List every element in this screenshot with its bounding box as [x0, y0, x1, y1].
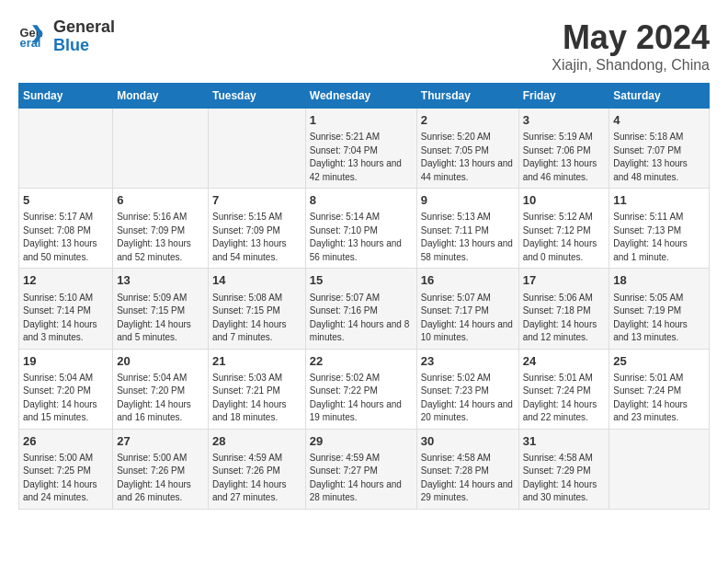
day-info: Sunrise: 5:00 AM Sunset: 7:26 PM Dayligh… — [117, 452, 204, 505]
day-info: Sunrise: 5:05 AM Sunset: 7:19 PM Dayligh… — [613, 292, 705, 345]
title-block: May 2024 Xiajin, Shandong, China — [552, 18, 710, 74]
day-number: 27 — [117, 433, 204, 450]
calendar-cell: 16Sunrise: 5:07 AM Sunset: 7:17 PM Dayli… — [416, 269, 518, 349]
calendar-cell: 14Sunrise: 5:08 AM Sunset: 7:15 PM Dayli… — [209, 269, 306, 349]
day-info: Sunrise: 4:59 AM Sunset: 7:27 PM Dayligh… — [310, 452, 413, 505]
weekday-header: Thursday — [416, 84, 518, 109]
calendar-cell: 1Sunrise: 5:21 AM Sunset: 7:04 PM Daylig… — [305, 109, 416, 189]
day-number: 14 — [212, 272, 301, 289]
calendar-cell: 28Sunrise: 4:59 AM Sunset: 7:26 PM Dayli… — [209, 429, 306, 509]
weekday-header: Saturday — [609, 84, 710, 109]
calendar-cell: 7Sunrise: 5:15 AM Sunset: 7:09 PM Daylig… — [209, 189, 306, 269]
calendar-cell: 2Sunrise: 5:20 AM Sunset: 7:05 PM Daylig… — [416, 109, 518, 189]
calendar-cell: 12Sunrise: 5:10 AM Sunset: 7:14 PM Dayli… — [19, 269, 113, 349]
day-number: 2 — [421, 112, 515, 129]
calendar-cell: 24Sunrise: 5:01 AM Sunset: 7:24 PM Dayli… — [518, 349, 609, 429]
day-info: Sunrise: 5:04 AM Sunset: 7:20 PM Dayligh… — [23, 372, 108, 425]
calendar-table: SundayMondayTuesdayWednesdayThursdayFrid… — [18, 83, 710, 510]
weekday-header: Friday — [518, 84, 609, 109]
day-info: Sunrise: 5:18 AM Sunset: 7:07 PM Dayligh… — [613, 131, 705, 184]
calendar-cell — [113, 109, 209, 189]
day-number: 8 — [310, 192, 413, 209]
day-info: Sunrise: 5:21 AM Sunset: 7:04 PM Dayligh… — [310, 131, 413, 184]
calendar-cell: 20Sunrise: 5:04 AM Sunset: 7:20 PM Dayli… — [113, 349, 209, 429]
calendar-header-row: SundayMondayTuesdayWednesdayThursdayFrid… — [19, 84, 710, 109]
day-number: 29 — [310, 433, 413, 450]
calendar-cell: 10Sunrise: 5:12 AM Sunset: 7:12 PM Dayli… — [518, 189, 609, 269]
calendar-week-row: 12Sunrise: 5:10 AM Sunset: 7:14 PM Dayli… — [19, 269, 710, 349]
calendar-cell: 5Sunrise: 5:17 AM Sunset: 7:08 PM Daylig… — [19, 189, 113, 269]
calendar-week-row: 5Sunrise: 5:17 AM Sunset: 7:08 PM Daylig… — [19, 189, 710, 269]
day-info: Sunrise: 5:04 AM Sunset: 7:20 PM Dayligh… — [117, 372, 204, 425]
day-number: 13 — [117, 272, 204, 289]
day-number: 18 — [613, 272, 705, 289]
day-info: Sunrise: 4:58 AM Sunset: 7:28 PM Dayligh… — [421, 452, 515, 505]
calendar-week-row: 19Sunrise: 5:04 AM Sunset: 7:20 PM Dayli… — [19, 349, 710, 429]
calendar-cell: 4Sunrise: 5:18 AM Sunset: 7:07 PM Daylig… — [609, 109, 710, 189]
calendar-cell: 8Sunrise: 5:14 AM Sunset: 7:10 PM Daylig… — [305, 189, 416, 269]
day-number: 12 — [23, 272, 108, 289]
calendar-cell: 29Sunrise: 4:59 AM Sunset: 7:27 PM Dayli… — [305, 429, 416, 509]
day-info: Sunrise: 5:10 AM Sunset: 7:14 PM Dayligh… — [23, 292, 108, 345]
day-number: 15 — [310, 272, 413, 289]
day-number: 26 — [23, 433, 108, 450]
calendar-cell: 26Sunrise: 5:00 AM Sunset: 7:25 PM Dayli… — [19, 429, 113, 509]
weekday-header: Monday — [113, 84, 209, 109]
day-number: 24 — [523, 353, 606, 370]
day-info: Sunrise: 4:59 AM Sunset: 7:26 PM Dayligh… — [212, 452, 301, 505]
day-number: 31 — [523, 433, 606, 450]
day-number: 6 — [117, 192, 204, 209]
day-number: 19 — [23, 353, 108, 370]
calendar-cell: 3Sunrise: 5:19 AM Sunset: 7:06 PM Daylig… — [518, 109, 609, 189]
logo: Gen eral General Blue — [18, 18, 115, 55]
weekday-header: Sunday — [19, 84, 113, 109]
day-info: Sunrise: 5:13 AM Sunset: 7:11 PM Dayligh… — [421, 211, 515, 264]
main-title: May 2024 — [552, 18, 710, 57]
weekday-header: Tuesday — [209, 84, 306, 109]
calendar-cell — [19, 109, 113, 189]
day-info: Sunrise: 5:20 AM Sunset: 7:05 PM Dayligh… — [421, 131, 515, 184]
day-number: 7 — [212, 192, 301, 209]
day-number: 23 — [421, 353, 515, 370]
day-info: Sunrise: 5:02 AM Sunset: 7:23 PM Dayligh… — [421, 372, 515, 425]
subtitle: Xiajin, Shandong, China — [552, 57, 710, 74]
logo-general: General — [53, 18, 115, 37]
day-info: Sunrise: 5:00 AM Sunset: 7:25 PM Dayligh… — [23, 452, 108, 505]
day-number: 21 — [212, 353, 301, 370]
day-info: Sunrise: 5:06 AM Sunset: 7:18 PM Dayligh… — [523, 292, 606, 345]
day-info: Sunrise: 5:12 AM Sunset: 7:12 PM Dayligh… — [523, 211, 606, 264]
calendar-cell — [609, 429, 710, 509]
day-info: Sunrise: 4:58 AM Sunset: 7:29 PM Dayligh… — [523, 452, 606, 505]
day-number: 3 — [523, 112, 606, 129]
day-number: 10 — [523, 192, 606, 209]
calendar-cell: 17Sunrise: 5:06 AM Sunset: 7:18 PM Dayli… — [518, 269, 609, 349]
day-number: 30 — [421, 433, 515, 450]
calendar-cell: 30Sunrise: 4:58 AM Sunset: 7:28 PM Dayli… — [416, 429, 518, 509]
page-header: Gen eral General Blue May 2024 Xiajin, S… — [18, 18, 710, 74]
calendar-cell: 27Sunrise: 5:00 AM Sunset: 7:26 PM Dayli… — [113, 429, 209, 509]
calendar-week-row: 26Sunrise: 5:00 AM Sunset: 7:25 PM Dayli… — [19, 429, 710, 509]
calendar-cell: 31Sunrise: 4:58 AM Sunset: 7:29 PM Dayli… — [518, 429, 609, 509]
calendar-cell: 22Sunrise: 5:02 AM Sunset: 7:22 PM Dayli… — [305, 349, 416, 429]
day-info: Sunrise: 5:11 AM Sunset: 7:13 PM Dayligh… — [613, 211, 705, 264]
day-info: Sunrise: 5:14 AM Sunset: 7:10 PM Dayligh… — [310, 211, 413, 264]
calendar-cell: 11Sunrise: 5:11 AM Sunset: 7:13 PM Dayli… — [609, 189, 710, 269]
day-info: Sunrise: 5:08 AM Sunset: 7:15 PM Dayligh… — [212, 292, 301, 345]
calendar-cell: 21Sunrise: 5:03 AM Sunset: 7:21 PM Dayli… — [209, 349, 306, 429]
calendar-cell: 6Sunrise: 5:16 AM Sunset: 7:09 PM Daylig… — [113, 189, 209, 269]
calendar-cell — [209, 109, 306, 189]
calendar-cell: 19Sunrise: 5:04 AM Sunset: 7:20 PM Dayli… — [19, 349, 113, 429]
day-info: Sunrise: 5:01 AM Sunset: 7:24 PM Dayligh… — [613, 372, 705, 425]
calendar-cell: 15Sunrise: 5:07 AM Sunset: 7:16 PM Dayli… — [305, 269, 416, 349]
day-info: Sunrise: 5:01 AM Sunset: 7:24 PM Dayligh… — [523, 372, 606, 425]
day-info: Sunrise: 5:16 AM Sunset: 7:09 PM Dayligh… — [117, 211, 204, 264]
calendar-cell: 9Sunrise: 5:13 AM Sunset: 7:11 PM Daylig… — [416, 189, 518, 269]
calendar-cell: 13Sunrise: 5:09 AM Sunset: 7:15 PM Dayli… — [113, 269, 209, 349]
logo-text: General Blue — [53, 18, 115, 55]
day-info: Sunrise: 5:15 AM Sunset: 7:09 PM Dayligh… — [212, 211, 301, 264]
day-info: Sunrise: 5:17 AM Sunset: 7:08 PM Dayligh… — [23, 211, 108, 264]
day-number: 22 — [310, 353, 413, 370]
day-number: 17 — [523, 272, 606, 289]
logo-blue: Blue — [53, 37, 115, 55]
day-number: 11 — [613, 192, 705, 209]
